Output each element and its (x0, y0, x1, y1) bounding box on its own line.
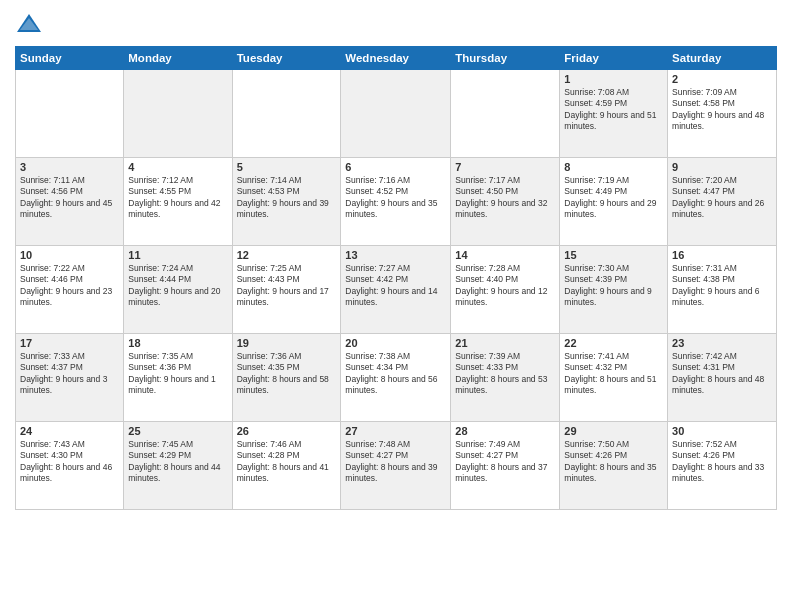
calendar-cell (232, 70, 341, 158)
daylight-label: Daylight: 8 hours and 37 minutes. (455, 462, 547, 483)
day-number: 8 (564, 161, 663, 173)
day-number: 29 (564, 425, 663, 437)
logo (15, 10, 47, 38)
day-info: Sunrise: 7:08 AM Sunset: 4:59 PM Dayligh… (564, 87, 663, 133)
sunrise-label: Sunrise: 7:46 AM (237, 439, 302, 449)
day-info: Sunrise: 7:20 AM Sunset: 4:47 PM Dayligh… (672, 175, 772, 221)
calendar-cell: 30 Sunrise: 7:52 AM Sunset: 4:26 PM Dayl… (668, 422, 777, 510)
sunset-label: Sunset: 4:50 PM (455, 186, 518, 196)
day-info: Sunrise: 7:39 AM Sunset: 4:33 PM Dayligh… (455, 351, 555, 397)
calendar-cell: 21 Sunrise: 7:39 AM Sunset: 4:33 PM Dayl… (451, 334, 560, 422)
sunset-label: Sunset: 4:43 PM (237, 274, 300, 284)
calendar-cell: 18 Sunrise: 7:35 AM Sunset: 4:36 PM Dayl… (124, 334, 232, 422)
daylight-label: Daylight: 9 hours and 9 minutes. (564, 286, 651, 307)
calendar-week-2: 10 Sunrise: 7:22 AM Sunset: 4:46 PM Dayl… (16, 246, 777, 334)
day-info: Sunrise: 7:19 AM Sunset: 4:49 PM Dayligh… (564, 175, 663, 221)
day-number: 26 (237, 425, 337, 437)
day-info: Sunrise: 7:36 AM Sunset: 4:35 PM Dayligh… (237, 351, 337, 397)
daylight-label: Daylight: 9 hours and 39 minutes. (237, 198, 329, 219)
sunrise-label: Sunrise: 7:17 AM (455, 175, 520, 185)
calendar-cell (341, 70, 451, 158)
day-info: Sunrise: 7:33 AM Sunset: 4:37 PM Dayligh… (20, 351, 119, 397)
sunset-label: Sunset: 4:56 PM (20, 186, 83, 196)
calendar-cell: 16 Sunrise: 7:31 AM Sunset: 4:38 PM Dayl… (668, 246, 777, 334)
sunset-label: Sunset: 4:38 PM (672, 274, 735, 284)
day-number: 13 (345, 249, 446, 261)
day-info: Sunrise: 7:31 AM Sunset: 4:38 PM Dayligh… (672, 263, 772, 309)
calendar-cell: 28 Sunrise: 7:49 AM Sunset: 4:27 PM Dayl… (451, 422, 560, 510)
daylight-label: Daylight: 9 hours and 1 minute. (128, 374, 215, 395)
daylight-label: Daylight: 9 hours and 12 minutes. (455, 286, 547, 307)
th-friday: Friday (560, 47, 668, 70)
calendar-cell: 7 Sunrise: 7:17 AM Sunset: 4:50 PM Dayli… (451, 158, 560, 246)
day-number: 1 (564, 73, 663, 85)
day-number: 12 (237, 249, 337, 261)
sunset-label: Sunset: 4:49 PM (564, 186, 627, 196)
day-info: Sunrise: 7:11 AM Sunset: 4:56 PM Dayligh… (20, 175, 119, 221)
day-number: 28 (455, 425, 555, 437)
sunset-label: Sunset: 4:29 PM (128, 450, 191, 460)
day-info: Sunrise: 7:46 AM Sunset: 4:28 PM Dayligh… (237, 439, 337, 485)
calendar-week-3: 17 Sunrise: 7:33 AM Sunset: 4:37 PM Dayl… (16, 334, 777, 422)
sunset-label: Sunset: 4:27 PM (345, 450, 408, 460)
sunset-label: Sunset: 4:27 PM (455, 450, 518, 460)
day-info: Sunrise: 7:50 AM Sunset: 4:26 PM Dayligh… (564, 439, 663, 485)
calendar-cell: 15 Sunrise: 7:30 AM Sunset: 4:39 PM Dayl… (560, 246, 668, 334)
daylight-label: Daylight: 9 hours and 32 minutes. (455, 198, 547, 219)
daylight-label: Daylight: 9 hours and 48 minutes. (672, 110, 764, 131)
th-tuesday: Tuesday (232, 47, 341, 70)
sunset-label: Sunset: 4:33 PM (455, 362, 518, 372)
logo-icon (15, 10, 43, 38)
calendar-cell: 25 Sunrise: 7:45 AM Sunset: 4:29 PM Dayl… (124, 422, 232, 510)
weekday-row: Sunday Monday Tuesday Wednesday Thursday… (16, 47, 777, 70)
th-wednesday: Wednesday (341, 47, 451, 70)
sunrise-label: Sunrise: 7:50 AM (564, 439, 629, 449)
sunrise-label: Sunrise: 7:38 AM (345, 351, 410, 361)
calendar-cell: 1 Sunrise: 7:08 AM Sunset: 4:59 PM Dayli… (560, 70, 668, 158)
calendar-cell: 20 Sunrise: 7:38 AM Sunset: 4:34 PM Dayl… (341, 334, 451, 422)
sunrise-label: Sunrise: 7:22 AM (20, 263, 85, 273)
calendar-cell: 11 Sunrise: 7:24 AM Sunset: 4:44 PM Dayl… (124, 246, 232, 334)
sunset-label: Sunset: 4:59 PM (564, 98, 627, 108)
daylight-label: Daylight: 9 hours and 3 minutes. (20, 374, 107, 395)
daylight-label: Daylight: 9 hours and 26 minutes. (672, 198, 764, 219)
day-info: Sunrise: 7:49 AM Sunset: 4:27 PM Dayligh… (455, 439, 555, 485)
sunrise-label: Sunrise: 7:09 AM (672, 87, 737, 97)
daylight-label: Daylight: 9 hours and 14 minutes. (345, 286, 437, 307)
calendar-cell (16, 70, 124, 158)
day-number: 3 (20, 161, 119, 173)
sunset-label: Sunset: 4:34 PM (345, 362, 408, 372)
th-saturday: Saturday (668, 47, 777, 70)
calendar-cell (451, 70, 560, 158)
sunset-label: Sunset: 4:28 PM (237, 450, 300, 460)
sunset-label: Sunset: 4:58 PM (672, 98, 735, 108)
sunset-label: Sunset: 4:35 PM (237, 362, 300, 372)
daylight-label: Daylight: 9 hours and 20 minutes. (128, 286, 220, 307)
daylight-label: Daylight: 8 hours and 33 minutes. (672, 462, 764, 483)
day-number: 25 (128, 425, 227, 437)
sunset-label: Sunset: 4:26 PM (564, 450, 627, 460)
daylight-label: Daylight: 9 hours and 6 minutes. (672, 286, 759, 307)
sunrise-label: Sunrise: 7:42 AM (672, 351, 737, 361)
calendar-cell: 10 Sunrise: 7:22 AM Sunset: 4:46 PM Dayl… (16, 246, 124, 334)
sunrise-label: Sunrise: 7:48 AM (345, 439, 410, 449)
daylight-label: Daylight: 8 hours and 58 minutes. (237, 374, 329, 395)
sunrise-label: Sunrise: 7:36 AM (237, 351, 302, 361)
day-info: Sunrise: 7:28 AM Sunset: 4:40 PM Dayligh… (455, 263, 555, 309)
calendar-week-4: 24 Sunrise: 7:43 AM Sunset: 4:30 PM Dayl… (16, 422, 777, 510)
calendar-cell: 8 Sunrise: 7:19 AM Sunset: 4:49 PM Dayli… (560, 158, 668, 246)
sunrise-label: Sunrise: 7:31 AM (672, 263, 737, 273)
calendar-header: Sunday Monday Tuesday Wednesday Thursday… (16, 47, 777, 70)
calendar-cell: 26 Sunrise: 7:46 AM Sunset: 4:28 PM Dayl… (232, 422, 341, 510)
page: Sunday Monday Tuesday Wednesday Thursday… (0, 0, 792, 612)
sunrise-label: Sunrise: 7:08 AM (564, 87, 629, 97)
sunset-label: Sunset: 4:40 PM (455, 274, 518, 284)
sunset-label: Sunset: 4:26 PM (672, 450, 735, 460)
sunrise-label: Sunrise: 7:49 AM (455, 439, 520, 449)
sunset-label: Sunset: 4:31 PM (672, 362, 735, 372)
calendar-cell: 24 Sunrise: 7:43 AM Sunset: 4:30 PM Dayl… (16, 422, 124, 510)
calendar-cell: 5 Sunrise: 7:14 AM Sunset: 4:53 PM Dayli… (232, 158, 341, 246)
sunset-label: Sunset: 4:47 PM (672, 186, 735, 196)
sunset-label: Sunset: 4:53 PM (237, 186, 300, 196)
daylight-label: Daylight: 8 hours and 53 minutes. (455, 374, 547, 395)
